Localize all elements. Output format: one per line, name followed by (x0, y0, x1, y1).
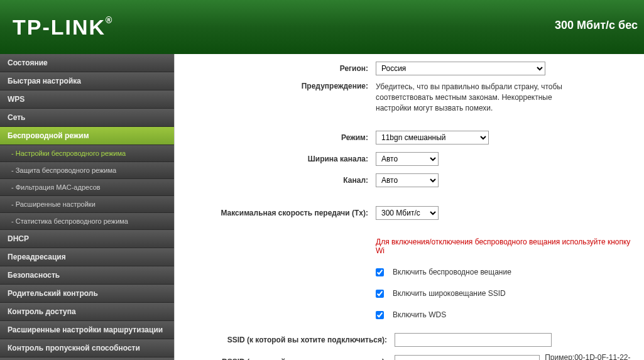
nav-item[interactable]: Быстрая настройка (0, 72, 174, 90)
nav-subitem[interactable]: - Настройки беспроводного режима (0, 145, 174, 162)
nav-item[interactable]: WPS (0, 90, 174, 109)
channel-width-select[interactable]: Авто (376, 152, 439, 166)
enable-ssid-label: Включить широковещание SSID (393, 289, 506, 298)
region-select[interactable]: Россия (376, 62, 545, 75)
nav-item[interactable]: Родительский контроль (0, 285, 174, 303)
enable-ssid-checkbox[interactable] (376, 290, 384, 298)
enable-wireless-label: Включить беспроводное вещание (393, 268, 511, 276)
warning-label: Предупреждение: (187, 82, 376, 90)
nav-item[interactable]: Контроль пропускной способности (0, 339, 174, 357)
enable-wireless-checkbox[interactable] (376, 268, 384, 276)
sidebar: СостояниеБыстрая настройкаWPSСетьБеспров… (0, 54, 175, 360)
nav-subitem[interactable]: - Расширенные настройки (0, 196, 174, 213)
nav-item[interactable]: Беспроводной режим (0, 127, 174, 145)
ssid-label: SSID (к которой вы хотите подключиться): (187, 335, 395, 344)
channel-label: Канал: (187, 176, 376, 185)
bssid-label: BSSID (к которой вы хотите подключиться)… (187, 357, 395, 360)
nav-item[interactable]: Привязка IP- и MAC-адресов (0, 357, 174, 360)
header-tagline: 300 Мбит/с бес (555, 19, 638, 32)
region-label: Регион: (187, 64, 376, 73)
nav-item[interactable]: Безопасность (0, 266, 174, 285)
nav-item[interactable]: Сеть (0, 109, 174, 127)
nav-subitem[interactable]: - Статистика беспроводного режима (0, 213, 174, 230)
nav-subitem[interactable]: - Защита беспроводного режима (0, 162, 174, 179)
enable-wds-checkbox[interactable] (376, 311, 384, 319)
max-tx-label: Максимальная скорость передачи (Tx): (187, 209, 376, 217)
nav-item[interactable]: Состояние (0, 54, 174, 72)
bssid-input[interactable] (395, 355, 540, 360)
wifi-button-note: Для включения/отключения беспроводного в… (376, 237, 631, 255)
nav-subitem[interactable]: - Фильтрация MAC-адресов (0, 179, 174, 196)
enable-wds-label: Включить WDS (393, 310, 446, 319)
mode-select[interactable]: 11bgn смешанный (376, 131, 489, 145)
mode-label: Режим: (187, 133, 376, 142)
nav-item[interactable]: Контроль доступа (0, 303, 174, 321)
channel-width-label: Ширина канала: (187, 155, 376, 163)
nav-item[interactable]: Переадресация (0, 248, 174, 266)
warning-text: Убедитесь, что вы правильно выбрали стра… (376, 82, 577, 113)
max-tx-select[interactable]: 300 Мбит/с (376, 206, 439, 220)
ssid-input[interactable] (395, 333, 552, 347)
header: TP-LINK® 300 Мбит/с бес (0, 0, 644, 54)
nav-item[interactable]: DHCP (0, 230, 174, 248)
logo: TP-LINK® (13, 15, 113, 40)
channel-select[interactable]: Авто (376, 173, 439, 187)
bssid-hint: Пример:00-1D-0F-11-22-33 (545, 353, 631, 360)
nav-item[interactable]: Расширенные настройки маршрутизации (0, 321, 174, 339)
content-area: Регион: Россия Предупреждение: Убедитесь… (175, 54, 644, 360)
